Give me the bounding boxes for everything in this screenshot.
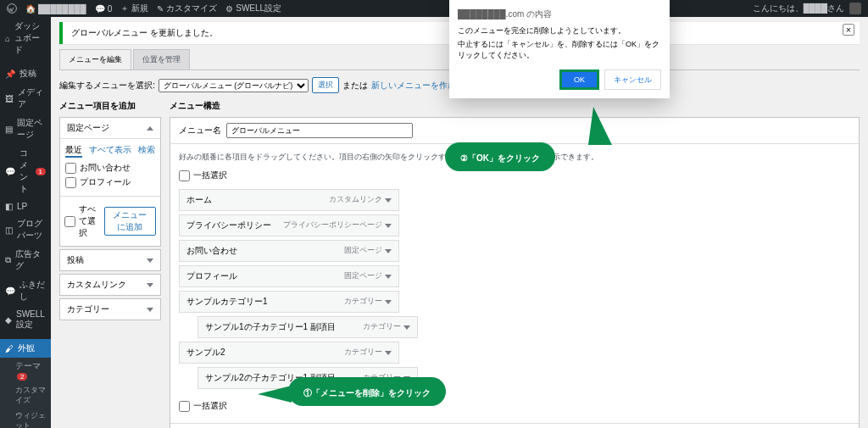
menu-select[interactable]: グローバルメニュー (グローバルナビ) [159, 79, 309, 92]
dialog-msg2: 中止するには「キャンセル」を、削除するには「OK」をクリックしてください。 [458, 39, 661, 61]
select-menu-label: 編集するメニューを選択: [59, 80, 155, 92]
sidebar-sub-customize[interactable]: カスタマイズ [0, 383, 51, 409]
callout-step1: ①「メニューを削除」をクリック [288, 377, 446, 406]
menu-item[interactable]: プロフィール固定ページ [179, 265, 399, 287]
sidebar-blogparts[interactable]: ◫ブログパーツ [0, 214, 51, 245]
chevron-down-icon [147, 283, 153, 287]
media-icon: 🖾 [5, 94, 14, 103]
menu-item[interactable]: お問い合わせ固定ページ [179, 240, 399, 262]
sidebar-comments[interactable]: 💬コメント1 [0, 144, 51, 198]
comments-bubble[interactable]: 💬 0 [95, 4, 113, 14]
avatar[interactable] [849, 3, 861, 14]
sidebar-dashboard[interactable]: ⌂ダッシュボード [0, 17, 51, 59]
ad-icon: ⧉ [5, 255, 11, 265]
parts-icon: ◫ [5, 225, 13, 235]
menu-item[interactable]: ホームカスタムリンク [179, 189, 399, 211]
menu-name-input[interactable] [226, 123, 413, 138]
menu-name-label: メニュー名 [179, 125, 221, 136]
swell-link[interactable]: ⚙ SWELL設定 [225, 3, 281, 14]
swell-icon: ◆ [5, 315, 12, 325]
sidebar-lp[interactable]: ◧LP [0, 198, 51, 214]
bulk-select-top[interactable]: 一括選択 [179, 170, 850, 181]
accordion-pages: 固定ページ 最近 すべて表示 検索 お問い合わせ プロフィール すべて選択 メニ… [59, 117, 161, 247]
comment-icon: 💬 [5, 167, 15, 176]
new-content[interactable]: ＋ 新規 [120, 3, 148, 14]
accordion-pages-header[interactable]: 固定ページ [60, 118, 160, 139]
sidebar-swell[interactable]: ◆SWELL設定 [0, 306, 51, 334]
dialog-cancel-button[interactable]: キャンセル [604, 69, 661, 90]
tab-recent[interactable]: 最近 [65, 144, 82, 158]
page-item-profile[interactable]: プロフィール [65, 176, 155, 188]
dashboard-icon: ⌂ [5, 34, 10, 43]
greeting: こんにちは、████さん [753, 3, 844, 14]
add-items-heading: メニュー項目を追加 [59, 100, 161, 112]
tab-all[interactable]: すべて表示 [89, 144, 131, 158]
page-item-contact[interactable]: お問い合わせ [65, 162, 155, 174]
select-all[interactable]: すべて選択 [64, 203, 104, 239]
callout-step2: ②「OK」をクリック [445, 142, 555, 171]
accordion-custom-link[interactable]: カスタムリンク [60, 275, 160, 295]
sidebar-appearance[interactable]: 🖌外観 [0, 339, 51, 358]
confirm-dialog: ████████.com の内容 このメニューを完全に削除しようとしています。 … [449, 0, 670, 98]
sidebar-fukidashi[interactable]: 💬ふきだし [0, 275, 51, 306]
sidebar-posts[interactable]: 📌投稿 [0, 64, 51, 83]
sidebar-pages[interactable]: ▤固定ページ [0, 114, 51, 144]
add-to-menu-button[interactable]: メニューに追加 [104, 207, 156, 236]
chevron-down-icon [147, 258, 153, 263]
admin-toolbar: 🏠 ████████ 💬 0 ＋ 新規 ✎ カスタマイズ ⚙ SWELL設定 こ… [0, 0, 868, 17]
site-name[interactable]: 🏠 ████████ [25, 4, 86, 14]
sidebar-sub-theme[interactable]: テーマ 2 [0, 358, 51, 383]
wp-logo[interactable] [7, 3, 17, 14]
select-button[interactable]: 選択 [312, 77, 339, 93]
accordion-category[interactable]: カテゴリー [60, 299, 160, 320]
lp-icon: ◧ [5, 202, 13, 211]
sidebar-sub-widget[interactable]: ウィジェット [0, 409, 51, 428]
menu-item[interactable]: サンプルカテゴリー1カテゴリー [179, 291, 399, 313]
accordion-posts[interactable]: 投稿 [60, 250, 160, 270]
pin-icon: 📌 [5, 69, 15, 79]
sidebar-adtag[interactable]: ⧉広告タグ [0, 245, 51, 275]
dismiss-notice[interactable]: × [843, 24, 854, 36]
dialog-msg1: このメニューを完全に削除しようとしています。 [458, 25, 661, 36]
tab-manage-locations[interactable]: 位置を管理 [133, 49, 190, 69]
customize-link[interactable]: ✎ カスタマイズ [157, 3, 217, 14]
chevron-up-icon [147, 126, 153, 131]
brush-icon: 🖌 [5, 344, 14, 353]
page-icon: ▤ [5, 125, 13, 134]
tab-edit-menu[interactable]: メニューを編集 [59, 49, 131, 69]
structure-heading: メニュー構造 [170, 100, 860, 112]
dialog-ok-button[interactable]: OK [559, 69, 599, 90]
menu-item[interactable]: プライバシーポリシープライバシーポリシーページ [179, 214, 399, 236]
chevron-down-icon [147, 308, 153, 312]
sidebar-media[interactable]: 🖾メディア [0, 83, 51, 114]
bubble-icon: 💬 [5, 286, 15, 296]
menu-item[interactable]: サンプル2カテゴリー [179, 342, 399, 364]
admin-sidebar: ⌂ダッシュボード 📌投稿 🖾メディア ▤固定ページ 💬コメント1 ◧LP ◫ブロ… [0, 17, 51, 428]
menu-item[interactable]: サンプル1の子カテゴリー1 副項目カテゴリー [198, 316, 418, 338]
tab-search[interactable]: 検索 [138, 144, 155, 158]
dialog-title: ████████.com の内容 [458, 8, 661, 20]
